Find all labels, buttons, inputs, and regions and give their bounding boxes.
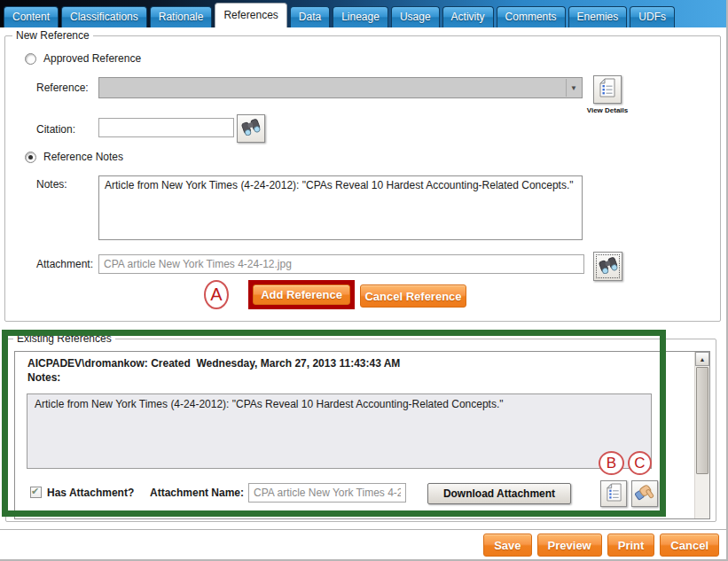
- tab-data[interactable]: Data: [290, 6, 330, 27]
- tab-lineage[interactable]: Lineage: [333, 6, 388, 27]
- reference-label: Reference:: [36, 82, 89, 94]
- preview-button[interactable]: Preview: [537, 534, 602, 557]
- delete-button[interactable]: [631, 480, 658, 507]
- edit-button[interactable]: [600, 480, 627, 507]
- cancel-reference-button[interactable]: Cancel Reference: [360, 284, 466, 308]
- attachment-name-label: Attachment Name:: [150, 487, 244, 499]
- approved-reference-radio-label: Approved Reference: [43, 52, 141, 65]
- document-list-icon: [606, 483, 622, 505]
- has-attachment-checkbox[interactable]: [30, 487, 42, 498]
- new-reference-legend: New Reference: [12, 29, 93, 42]
- tab-comments[interactable]: Comments: [497, 6, 566, 27]
- add-reference-button[interactable]: Add Reference: [253, 284, 350, 305]
- attachment-label: Attachment:: [36, 258, 93, 270]
- tab-references[interactable]: References: [215, 3, 286, 27]
- view-details-button[interactable]: [593, 75, 622, 104]
- attachment-name-input[interactable]: [248, 483, 406, 503]
- annotation-circle-b: B: [599, 451, 624, 475]
- attachment-browse-button[interactable]: [593, 252, 622, 281]
- view-details-caption: View Details: [579, 106, 636, 114]
- list-scrollbar[interactable]: ▲: [694, 352, 709, 518]
- citation-input[interactable]: [98, 118, 234, 137]
- scroll-up-arrow-icon[interactable]: ▲: [695, 352, 709, 366]
- attachment-input[interactable]: [98, 254, 584, 274]
- existing-references-list: AICPADEV\dromankow: Created Wednesday, M…: [14, 351, 710, 519]
- citation-label: Citation:: [36, 123, 75, 136]
- annotation-circle-a: A: [204, 280, 229, 309]
- thumbs-down-icon: [635, 482, 654, 505]
- binoculars-icon: [599, 256, 618, 277]
- notes-textarea[interactable]: Article from New York Times (4-24-2012):…: [98, 175, 583, 240]
- application-window: Content Classifications Rationale Refere…: [0, 0, 728, 561]
- reference-entry-header: AICPADEV\dromankow: Created Wednesday, M…: [27, 357, 400, 370]
- reference-notes-radio[interactable]: [25, 152, 36, 163]
- reference-notes-radio-label: Reference Notes: [43, 151, 123, 163]
- save-button[interactable]: Save: [483, 534, 531, 557]
- tab-content[interactable]: Content: [4, 6, 59, 27]
- cancel-button[interactable]: Cancel: [660, 534, 719, 557]
- scrollbar-thumb[interactable]: [696, 367, 708, 474]
- document-list-icon: [599, 78, 616, 101]
- tab-rationale[interactable]: Rationale: [150, 6, 213, 27]
- reference-dropdown[interactable]: ▼: [98, 77, 583, 98]
- tab-udfs[interactable]: UDFs: [630, 6, 675, 27]
- annotation-circle-c: C: [628, 451, 652, 475]
- tab-activity[interactable]: Activity: [442, 6, 494, 27]
- existing-references-legend: Existing References: [13, 332, 115, 345]
- chevron-down-icon: ▼: [566, 79, 581, 97]
- notes-label: Notes:: [36, 178, 67, 191]
- tab-classifications[interactable]: Classifications: [61, 6, 147, 27]
- entry-notes-box: Article from New York Times (4-24-2012):…: [27, 393, 652, 469]
- delete-caption: Delete: [627, 509, 666, 517]
- has-attachment-label: Has Attachment?: [47, 487, 134, 499]
- footer-buttons: Save Preview Print Cancel: [483, 534, 719, 557]
- new-reference-group: New Reference Approved Reference Referen…: [4, 35, 721, 322]
- binoculars-icon: [241, 118, 261, 139]
- download-attachment-button[interactable]: Download Attachment: [427, 483, 571, 504]
- existing-references-group: Existing References AICPADEV\dromankow: …: [5, 339, 716, 522]
- footer-divider: [0, 529, 726, 530]
- print-button[interactable]: Print: [607, 534, 655, 557]
- approved-reference-radio[interactable]: [25, 53, 36, 65]
- tab-enemies[interactable]: Enemies: [568, 6, 628, 27]
- add-reference-highlight: Add Reference: [248, 280, 355, 309]
- edit-caption: Edit: [596, 509, 631, 517]
- tab-usage[interactable]: Usage: [391, 6, 440, 27]
- entry-notes-label: Notes:: [27, 371, 60, 384]
- tab-bar: Content Classifications Rationale Refere…: [0, 0, 726, 27]
- citation-browse-button[interactable]: [237, 114, 265, 143]
